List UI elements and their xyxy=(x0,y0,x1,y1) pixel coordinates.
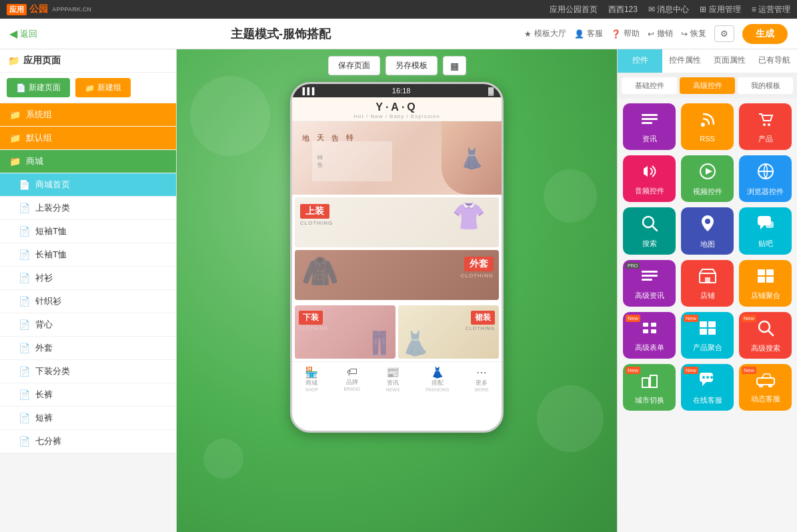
svg-point-5 xyxy=(768,123,770,126)
svg-point-40 xyxy=(710,376,713,379)
new-group-button[interactable]: 📁 新建组 xyxy=(75,78,131,97)
top-link-user[interactable]: 西西123 xyxy=(608,4,638,15)
save-template-button[interactable]: 另存模板 xyxy=(385,56,438,75)
nav-shop[interactable]: 🏪 商城 SHOP xyxy=(305,366,318,392)
sidebar-item-shop-home[interactable]: 📄 商城首页 xyxy=(0,173,176,197)
sidebar-item-long-tee[interactable]: 📄 长袖T恤 xyxy=(0,243,176,267)
jacket-banner[interactable]: 外套 CLOTHING 🧥 xyxy=(295,250,499,300)
sidebar-item-capris[interactable]: 📄 七分裤 xyxy=(0,430,176,453)
svg-rect-31 xyxy=(708,329,716,335)
svg-rect-30 xyxy=(700,329,707,335)
sidebar-item-shirt[interactable]: 📄 衬衫 xyxy=(0,267,176,290)
svg-point-3 xyxy=(701,123,705,127)
control-online-service[interactable]: New 在线客服 xyxy=(681,364,734,411)
advanced-news-icon xyxy=(640,268,659,288)
redo-action[interactable]: ↪ 恢复 xyxy=(681,28,706,39)
sidebar-item-vest[interactable]: 📄 背心 xyxy=(0,313,176,337)
sidebar-group-default[interactable]: 📁 默认组 xyxy=(0,127,176,149)
generate-button[interactable]: 生成 xyxy=(742,24,788,44)
sidebar-item-jacket[interactable]: 📄 外套 xyxy=(0,337,176,360)
tops-banner[interactable]: 上装 CLOTHING 👚 xyxy=(295,197,499,247)
top-link-app-manage[interactable]: ⊞ 应用管理 xyxy=(700,4,740,15)
tab-existing-nav[interactable]: 已有导航 xyxy=(752,49,797,73)
svg-rect-15 xyxy=(642,271,658,273)
svg-rect-21 xyxy=(766,269,774,275)
sidebar-group-system[interactable]: 📁 系统组 xyxy=(0,103,176,126)
control-map[interactable]: 地图 xyxy=(681,207,734,255)
control-search[interactable]: 搜索 xyxy=(623,207,676,255)
svg-rect-29 xyxy=(708,321,716,327)
skirt-label: 裙装 xyxy=(471,311,495,325)
subtab-advanced[interactable]: 高级控件 xyxy=(680,77,735,94)
city-switch-label: 城市切换 xyxy=(635,395,664,405)
control-advanced-form[interactable]: New 高级表单 xyxy=(623,312,676,359)
control-audio[interactable]: 音频控件 xyxy=(623,155,676,202)
control-product-agg[interactable]: New 产品聚合 xyxy=(681,312,734,359)
new-badge: New xyxy=(742,315,756,322)
control-video[interactable]: 视频控件 xyxy=(681,155,734,202)
page-icon: 📄 xyxy=(19,389,30,400)
sidebar-group-shop[interactable]: 📁 商城 xyxy=(0,150,176,173)
control-dynamic-service[interactable]: New 动态客服 xyxy=(739,364,792,411)
template-hall-action[interactable]: ★ 模板大厅 xyxy=(524,28,566,39)
top-link-messages[interactable]: ✉ 消息中心 xyxy=(648,4,689,15)
pants-label: 下装 xyxy=(299,311,323,325)
top-link-ops[interactable]: ≡ 运营管理 xyxy=(752,4,790,15)
control-store-agg[interactable]: 店铺聚合 xyxy=(739,260,792,307)
tab-control-props[interactable]: 控件属性 xyxy=(662,49,707,73)
control-forum[interactable]: 贴吧 xyxy=(739,207,792,255)
help-action[interactable]: ❓ 帮助 xyxy=(611,28,640,39)
skirt-label-area: 裙装 CLOTHING xyxy=(466,311,495,331)
tab-page-props[interactable]: 页面属性 xyxy=(708,49,752,73)
phone-bottom-nav[interactable]: 🏪 商城 SHOP 🏷 品牌 BRAND 📰 资讯 NEWS xyxy=(292,361,502,396)
control-city-switch[interactable]: New 城市切换 xyxy=(623,364,676,411)
customer-service-action[interactable]: 👤 客服 xyxy=(574,28,603,39)
page-label: 长裤 xyxy=(35,389,53,401)
new-page-button[interactable]: 📄 新建页面 xyxy=(7,78,70,97)
deco-circle xyxy=(537,385,604,452)
control-product[interactable]: 产品 xyxy=(739,103,792,150)
page-icon: 📄 xyxy=(19,296,30,307)
tab-controls[interactable]: 控件 xyxy=(618,49,662,73)
control-advanced-search[interactable]: New 高级搜索 xyxy=(739,312,792,359)
phone-content[interactable]: Y·A·Q Hot / New / Baby / Explosion 特告天地 … xyxy=(292,97,502,431)
sidebar-item-short-tee[interactable]: 📄 短袖T恤 xyxy=(0,220,176,243)
folder-icon: 📁 xyxy=(9,156,21,167)
jacket-sub: CLOTHING xyxy=(461,273,494,279)
subtab-my-templates[interactable]: 我的模板 xyxy=(738,77,793,94)
browser-icon xyxy=(757,163,774,184)
control-browser[interactable]: 浏览器控件 xyxy=(739,155,792,202)
svg-point-39 xyxy=(706,376,709,379)
back-arrow-icon: ◀ xyxy=(9,27,17,40)
subtab-basic[interactable]: 基础控件 xyxy=(622,77,677,94)
nav-brand[interactable]: 🏷 品牌 BRAND xyxy=(344,366,361,392)
control-news[interactable]: 资讯 xyxy=(623,103,676,150)
folder-icon: 📁 xyxy=(9,109,21,120)
save-page-button[interactable]: 保存页面 xyxy=(328,56,380,75)
advanced-form-icon xyxy=(640,320,659,340)
nav-more[interactable]: ⋯ 更多 MORE xyxy=(475,366,489,392)
phone-banner[interactable]: 特告天地 ⌒ 👗 特 告 xyxy=(292,121,502,195)
control-store[interactable]: 店铺 xyxy=(681,260,734,307)
sidebar-item-pants[interactable]: 📄 长裤 xyxy=(0,383,176,407)
control-advanced-news[interactable]: PRO 高级资讯 xyxy=(623,260,676,307)
control-rss[interactable]: RSS xyxy=(681,103,734,150)
undo-action[interactable]: ↩ 撤销 xyxy=(648,28,673,39)
sidebar-title: 应用页面 xyxy=(23,55,61,67)
nav-fashion[interactable]: 👗 搭配 FASHIONS xyxy=(426,366,449,392)
skirt-banner[interactable]: 裙装 CLOTHING 👗 xyxy=(398,305,499,359)
dynamic-service-icon xyxy=(756,373,775,391)
settings-button[interactable]: ⚙ xyxy=(714,25,734,42)
sidebar-item-bottom-cat[interactable]: 📄 下装分类 xyxy=(0,360,176,383)
page-icon: 📄 xyxy=(19,203,30,213)
pants-banner[interactable]: 下装 CLOTHING 👖 xyxy=(295,305,395,359)
top-link-home[interactable]: 应用公园首页 xyxy=(550,4,598,15)
sidebar-item-knit[interactable]: 📄 针织衫 xyxy=(0,290,176,313)
sidebar-item-top-cat[interactable]: 📄 上装分类 xyxy=(0,197,176,220)
sidebar-item-shorts[interactable]: 📄 短裤 xyxy=(0,407,176,430)
qr-code-button[interactable]: ▦ xyxy=(443,56,466,75)
back-button[interactable]: ◀ 返回 xyxy=(9,27,37,40)
nav-news[interactable]: 📰 资讯 NEWS xyxy=(386,366,400,392)
store-agg-label: 店铺聚合 xyxy=(751,291,780,301)
svg-rect-2 xyxy=(642,122,652,124)
